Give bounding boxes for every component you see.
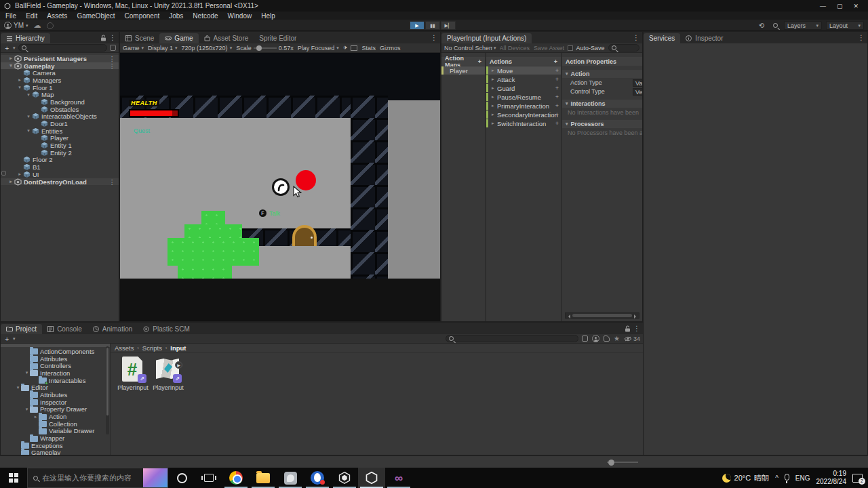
expand-arrow-icon[interactable]: ▸ bbox=[492, 77, 497, 82]
cloud-icon[interactable]: ☁ bbox=[34, 21, 41, 30]
row-menu-icon[interactable]: ⋮ bbox=[109, 178, 116, 186]
expand-arrow-icon[interactable]: ▾ bbox=[16, 85, 23, 90]
row-menu-icon[interactable]: ⋮ bbox=[109, 62, 116, 70]
play-button[interactable]: ▶ bbox=[410, 21, 425, 30]
add-binding-button[interactable]: + bbox=[555, 85, 559, 92]
hierarchy-item-interactableobjects[interactable]: ▾InteractableObjects bbox=[1, 113, 119, 121]
hierarchy-item-player[interactable]: Player bbox=[1, 135, 119, 142]
undo-history-icon[interactable]: ⟲ bbox=[757, 21, 766, 30]
add-action-button[interactable]: + bbox=[554, 58, 557, 65]
chrome-button[interactable] bbox=[222, 468, 250, 488]
breadcrumb-assets[interactable]: Assets bbox=[115, 344, 134, 352]
tab-sprite-editor[interactable]: Sprite Editor bbox=[254, 33, 302, 43]
action-section-header[interactable]: ▾ Action bbox=[562, 70, 642, 78]
folder-attributes[interactable]: Attributes bbox=[1, 391, 110, 399]
expand-arrow-icon[interactable]: ▸ bbox=[7, 56, 14, 61]
clock-widget[interactable]: 0:19 2022/8/24 bbox=[816, 470, 847, 487]
panel-menu-icon[interactable]: ⋮ bbox=[431, 34, 437, 41]
folder-gameplay[interactable]: Gameplay bbox=[1, 449, 110, 455]
display-dropdown[interactable]: Display 1▾ bbox=[148, 45, 178, 52]
interactions-section-header[interactable]: ▾ Interactions bbox=[562, 100, 642, 108]
add-binding-button[interactable]: + bbox=[555, 120, 559, 127]
hierarchy-item-camera[interactable]: Camera bbox=[1, 69, 119, 77]
visual-studio-button[interactable]: ∞ bbox=[385, 468, 412, 488]
hidden-icons-chevron[interactable]: ^ bbox=[775, 474, 778, 482]
tab-project[interactable]: Project bbox=[1, 324, 42, 334]
search-by-label-icon[interactable] bbox=[604, 336, 610, 342]
action-pause-resume[interactable]: ▸Pause/Resume+ bbox=[486, 93, 561, 101]
mute-audio-icon[interactable]: 🕩 bbox=[343, 44, 347, 52]
hierarchy-item-background[interactable]: Background bbox=[1, 98, 119, 106]
vsync-icon[interactable] bbox=[351, 45, 357, 51]
layout-dropdown[interactable]: Layout ▾ bbox=[826, 21, 864, 30]
row-menu-icon[interactable]: ⋮ bbox=[109, 55, 116, 62]
resolution-dropdown[interactable]: 720p (1250x720)▾ bbox=[182, 45, 233, 52]
expand-arrow-icon[interactable]: ▾ bbox=[25, 92, 32, 98]
hierarchy-search-input[interactable] bbox=[18, 44, 107, 52]
hierarchy-item-map[interactable]: ▾Map bbox=[1, 91, 119, 98]
tab-game[interactable]: Game bbox=[159, 33, 198, 43]
tab-playerinput[interactable]: PlayerInput (Input Actions) bbox=[441, 33, 532, 43]
asset-playerinput-actions[interactable]: ▶ ⇗ PlayerInput bbox=[153, 356, 184, 391]
control-scheme-dropdown[interactable]: No Control Scheme▾ bbox=[444, 45, 496, 52]
scroll-right-icon[interactable] bbox=[634, 314, 638, 319]
expand-arrow-icon[interactable]: ▾ bbox=[24, 407, 30, 412]
game-mode-dropdown[interactable]: Game▾ bbox=[123, 45, 144, 52]
folder-variable-drawer[interactable]: Variable Drawer bbox=[1, 428, 110, 435]
scroll-left-icon[interactable] bbox=[566, 314, 570, 319]
language-indicator[interactable]: ENG bbox=[795, 474, 810, 482]
expand-arrow-icon[interactable]: ▾ bbox=[25, 128, 32, 134]
project-search-input[interactable] bbox=[446, 335, 578, 342]
hierarchy-item-entity-2[interactable]: Entity 2 bbox=[1, 149, 119, 157]
folder-interaction[interactable]: ▾Interaction bbox=[1, 369, 110, 377]
tab-console[interactable]: Console bbox=[42, 324, 87, 334]
expand-arrow-icon[interactable]: ▸ bbox=[492, 68, 497, 73]
action-attack[interactable]: ▸Attack+ bbox=[486, 75, 561, 83]
folder-wrapper[interactable]: Wrapper bbox=[1, 434, 110, 442]
expand-arrow-icon[interactable]: ▾ bbox=[7, 63, 14, 68]
unity-editor-button[interactable] bbox=[358, 468, 385, 488]
pause-button[interactable]: ▮▮ bbox=[425, 21, 440, 30]
search-highlight-image[interactable] bbox=[143, 468, 167, 487]
menu-jobs[interactable]: Jobs bbox=[169, 12, 183, 20]
expand-arrow-icon[interactable]: ▾ bbox=[24, 370, 30, 375]
focus-dropdown[interactable]: Play Focused▾ bbox=[298, 45, 339, 52]
folder-attributes[interactable]: Attributes bbox=[1, 355, 110, 363]
pinned-app-button[interactable] bbox=[277, 468, 304, 488]
scene-picker-icon[interactable] bbox=[110, 45, 116, 51]
menu-help[interactable]: Help bbox=[261, 12, 275, 20]
action-move[interactable]: ▸Move+ bbox=[486, 66, 561, 75]
start-button[interactable] bbox=[0, 468, 27, 488]
action-secondaryinteraction[interactable]: ▸SecondaryInteraction+ bbox=[486, 110, 561, 119]
hierarchy-item-persistent-managers[interactable]: ▸Persistent Managers⋮ bbox=[1, 55, 119, 62]
folder-collection[interactable]: Collection bbox=[1, 420, 110, 428]
action-center-button[interactable]: 2 bbox=[852, 474, 863, 483]
menu-assets[interactable]: Assets bbox=[47, 12, 67, 20]
add-binding-button[interactable]: + bbox=[555, 111, 559, 118]
step-button[interactable]: ▶▏ bbox=[441, 21, 456, 30]
add-action-map-button[interactable]: + bbox=[478, 58, 481, 65]
menu-edit[interactable]: Edit bbox=[26, 12, 37, 20]
folder-actioncomponents[interactable]: ActionComponents bbox=[1, 348, 110, 355]
hierarchy-item-obstacles[interactable]: Obstacles bbox=[1, 106, 119, 113]
icon-size-slider[interactable] bbox=[607, 462, 638, 463]
horizontal-scrollbar[interactable] bbox=[565, 312, 639, 319]
expand-arrow-icon[interactable]: ▸ bbox=[492, 112, 497, 117]
menu-component[interactable]: Component bbox=[125, 12, 160, 20]
scale-slider[interactable]: Scale 0.57x bbox=[236, 45, 294, 52]
tab-scene[interactable]: Scene bbox=[120, 33, 159, 43]
expand-arrow-icon[interactable]: ▾ bbox=[15, 385, 21, 390]
task-view-button[interactable] bbox=[195, 468, 222, 488]
weather-widget[interactable]: 20°C 晴朗 bbox=[722, 473, 770, 483]
close-button[interactable]: ✕ bbox=[853, 3, 859, 9]
expand-arrow-icon[interactable]: ▸ bbox=[492, 85, 497, 91]
open-panel-icon[interactable] bbox=[582, 336, 588, 342]
expand-arrow-icon[interactable]: ▸ bbox=[492, 94, 497, 100]
panel-menu-icon[interactable]: ⋮ bbox=[858, 34, 865, 41]
maximize-button[interactable]: ▢ bbox=[837, 3, 843, 9]
tree-scrollbar[interactable] bbox=[106, 346, 109, 434]
scrollbar-thumb[interactable] bbox=[572, 314, 632, 317]
menu-gameobject[interactable]: GameObject bbox=[77, 12, 115, 20]
action-primaryinteraction[interactable]: ▸PrimaryInteraction+ bbox=[486, 102, 561, 110]
expand-subassets-icon[interactable]: ▶ bbox=[175, 361, 182, 369]
